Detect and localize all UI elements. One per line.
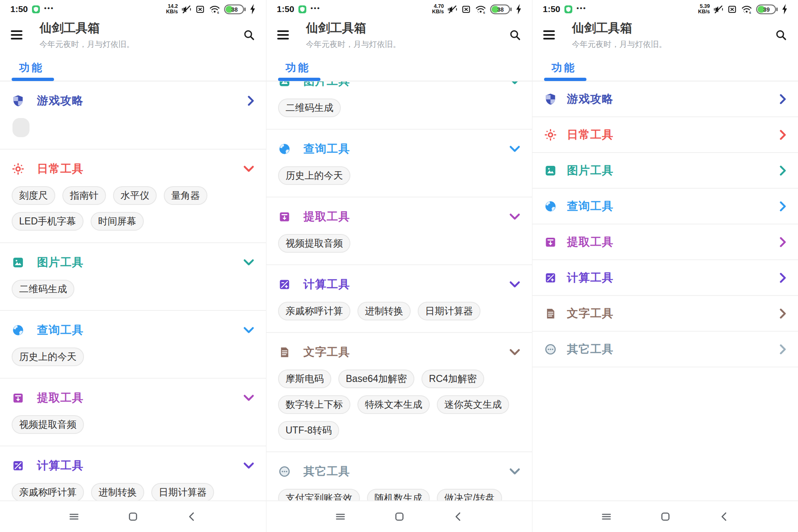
section-header-extract[interactable]: 提取工具 <box>0 391 266 404</box>
tool-chip[interactable]: 亲戚称呼计算 <box>278 302 350 320</box>
nav-recents-icon[interactable] <box>600 510 613 523</box>
more-dots-icon <box>544 343 557 356</box>
tool-chip[interactable]: 历史上的今天 <box>12 347 84 366</box>
tool-chip[interactable]: 二维码生成 <box>278 99 341 117</box>
search-button[interactable] <box>509 29 521 41</box>
nav-back-icon[interactable] <box>452 510 465 523</box>
chip-list: 历史上的今天 <box>266 166 532 185</box>
tool-chip[interactable]: 历史上的今天 <box>278 166 350 185</box>
tab-features[interactable]: 功能 <box>19 61 44 74</box>
tool-chip[interactable]: 随机数生成 <box>367 489 430 500</box>
nav-back-icon[interactable] <box>186 510 198 523</box>
tool-chip[interactable]: 视频提取音频 <box>12 415 84 434</box>
tool-chip[interactable]: 进制转换 <box>91 483 144 500</box>
category-row-image[interactable]: 图片工具 <box>532 153 798 189</box>
section-header-query[interactable]: 查询工具 <box>266 142 532 155</box>
section-header-image[interactable]: 图片工具 <box>266 81 532 88</box>
tool-chip[interactable]: 特殊文本生成 <box>357 395 430 414</box>
chip-list: 亲戚称呼计算进制转换日期计算器 <box>0 483 266 500</box>
section-query: 查询工具 历史上的今天 <box>266 130 532 197</box>
chevron-down-icon <box>243 259 254 266</box>
section-header-calc[interactable]: 计算工具 <box>266 278 532 291</box>
charging-bolt-icon <box>781 4 788 15</box>
tool-chip[interactable]: 指南针 <box>62 186 106 205</box>
tab-features[interactable]: 功能 <box>552 61 576 74</box>
tool-chip[interactable]: 进制转换 <box>357 302 411 320</box>
tool-chip[interactable]: 摩斯电码 <box>278 369 331 388</box>
search-button[interactable] <box>243 29 255 41</box>
section-header-query[interactable]: 查询工具 <box>0 323 266 337</box>
tool-chip[interactable]: UTF-8转码 <box>278 421 339 440</box>
archive-down-icon <box>278 210 291 223</box>
svg-text:6: 6 <box>483 11 485 15</box>
content-area: 图片工具 二维码生成 查询工具 历史上的今天 提取工具 视频提取音频 计算工具 … <box>266 81 532 500</box>
status-bar: 1:50 •••4.70KB/s 6 38 <box>266 0 532 18</box>
phone-panel: 1:50 •••5.39KB/s 6 39 仙剑工具箱今年元夜时，月与灯依旧。 … <box>532 0 798 532</box>
exposure-icon <box>12 459 25 472</box>
tool-chip[interactable]: 二维码生成 <box>12 280 74 298</box>
chevron-down-icon <box>243 327 254 334</box>
tool-chip[interactable]: 刻度尺 <box>12 186 55 205</box>
page-subtitle: 今年元夜时，月与灯依旧。 <box>39 39 134 50</box>
category-row-extract[interactable]: 提取工具 <box>532 224 798 260</box>
tab-features[interactable]: 功能 <box>286 61 310 74</box>
mute-icon <box>713 4 724 15</box>
loading-placeholder <box>12 118 30 137</box>
mute-icon <box>181 4 192 15</box>
nav-home-icon[interactable] <box>659 510 672 523</box>
tool-chip[interactable]: 量角器 <box>164 186 207 205</box>
category-row-other[interactable]: 其它工具 <box>532 332 798 367</box>
section-header-other[interactable]: 其它工具 <box>266 465 532 478</box>
menu-button[interactable] <box>277 30 289 39</box>
chevron-right-icon <box>779 273 786 283</box>
section-header-game[interactable]: 游戏攻略 <box>0 94 266 107</box>
menu-button[interactable] <box>11 30 22 39</box>
category-row-daily[interactable]: 日常工具 <box>532 117 798 153</box>
navigation-bar <box>0 500 266 532</box>
tool-chip[interactable]: 日期计算器 <box>418 302 480 320</box>
chevron-right-icon <box>779 130 786 140</box>
tool-chip[interactable]: 做决定/转盘 <box>437 489 502 500</box>
tool-chip[interactable]: 水平仪 <box>113 186 157 205</box>
section-header-daily[interactable]: 日常工具 <box>0 162 266 175</box>
menu-button[interactable] <box>543 30 555 39</box>
tool-chip[interactable]: 日期计算器 <box>151 483 214 500</box>
chevron-down-icon <box>243 462 254 469</box>
tool-chip[interactable]: 数字转上下标 <box>278 395 350 414</box>
section-header-calc[interactable]: 计算工具 <box>0 459 266 472</box>
category-label: 文字工具 <box>567 306 613 321</box>
navigation-bar <box>266 500 532 532</box>
chevron-right-icon <box>247 96 254 106</box>
tool-chip[interactable]: 迷你英文生成 <box>437 395 509 414</box>
category-row-query[interactable]: 查询工具 <box>532 189 798 224</box>
tool-chip[interactable]: 视频提取音频 <box>278 234 350 253</box>
category-row-calc[interactable]: 计算工具 <box>532 260 798 296</box>
tool-chip[interactable]: 亲戚称呼计算 <box>12 483 84 500</box>
section-header-image[interactable]: 图片工具 <box>0 256 266 269</box>
section-header-extract[interactable]: 提取工具 <box>266 210 532 223</box>
app-bar: 仙剑工具箱今年元夜时，月与灯依旧。 <box>532 18 798 52</box>
globe-icon <box>12 324 25 337</box>
tool-chip[interactable]: Base64加解密 <box>338 369 414 388</box>
section-header-text[interactable]: 文字工具 <box>266 345 532 359</box>
nav-home-icon[interactable] <box>127 510 139 523</box>
sun-icon <box>544 128 557 141</box>
screen: 1:50 •••14.2KB/s 6 38 仙剑工具箱今年元夜时，月与灯依旧。 … <box>0 0 798 532</box>
content-area: 游戏攻略 日常工具 刻度尺指南针水平仪量角器LED手机字幕时间屏幕 图片工具 二… <box>0 81 266 500</box>
page-title: 仙剑工具箱 <box>306 20 401 37</box>
category-row-game[interactable]: 游戏攻略 <box>532 81 798 117</box>
status-more-dots: ••• <box>44 4 54 12</box>
tool-chip[interactable]: LED手机字幕 <box>12 212 84 231</box>
tool-chip[interactable]: 时间屏幕 <box>91 212 144 231</box>
search-button[interactable] <box>775 29 787 41</box>
category-row-text[interactable]: 文字工具 <box>532 296 798 332</box>
tool-chip[interactable]: 支付宝到账音效 <box>278 489 360 500</box>
nav-recents-icon[interactable] <box>68 510 80 523</box>
app-bar: 仙剑工具箱今年元夜时，月与灯依旧。 <box>0 18 266 52</box>
app-badge-icon <box>32 5 40 13</box>
nav-recents-icon[interactable] <box>334 510 347 523</box>
tool-chip[interactable]: RC4加解密 <box>421 369 484 388</box>
nav-back-icon[interactable] <box>718 510 731 523</box>
nav-home-icon[interactable] <box>393 510 406 523</box>
app-badge-icon <box>298 5 306 13</box>
